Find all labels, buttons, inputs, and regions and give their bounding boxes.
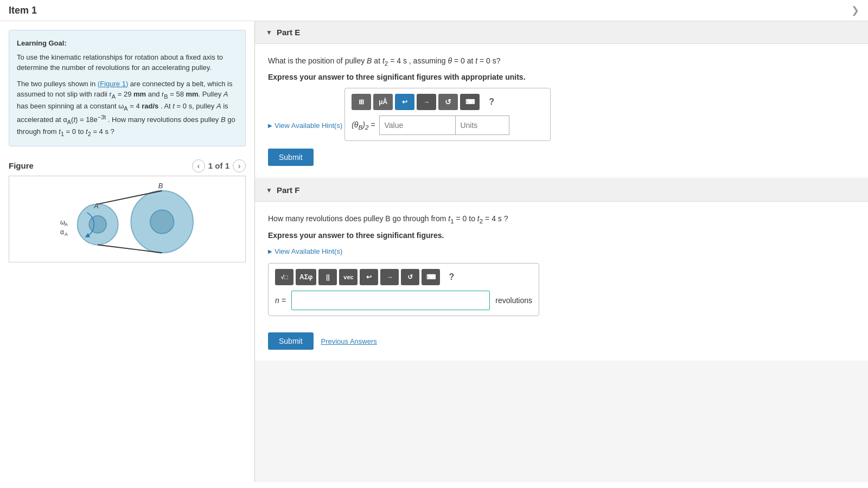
- svg-text:B: B: [158, 181, 163, 189]
- collapse-arrow[interactable]: ❯: [851, 4, 859, 16]
- part-f-submit-button[interactable]: Submit: [268, 332, 314, 350]
- part-f-undo-btn[interactable]: ↩: [360, 269, 378, 285]
- right-panel: ▼ Part E What is the position of pulley …: [255, 21, 868, 482]
- part-e-hint-link[interactable]: View Available Hint(s): [268, 121, 342, 130]
- svg-point-3: [150, 210, 174, 233]
- part-f-greek-btn[interactable]: ΑΣφ: [296, 269, 316, 285]
- part-f-sqrt-btn[interactable]: √□: [275, 269, 293, 285]
- part-e-reset-btn[interactable]: ↺: [438, 94, 458, 110]
- part-f-title: Part F: [277, 185, 300, 195]
- part-f-hint-link[interactable]: View Available Hint(s): [268, 247, 342, 255]
- part-e-question: What is the position of pulley B at t2 =…: [268, 55, 855, 68]
- part-e-matrix-btn[interactable]: ⊞: [352, 94, 371, 110]
- part-e-redo-btn[interactable]: →: [417, 94, 436, 110]
- figure-nav: ‹ 1 of 1 ›: [192, 159, 246, 172]
- part-e-undo-btn[interactable]: ↩: [395, 94, 414, 110]
- part-e-value-input[interactable]: [379, 115, 455, 135]
- part-e-submit-button[interactable]: Submit: [268, 149, 314, 166]
- page-title: Item 1: [9, 5, 37, 16]
- part-f-toolbar: √□ ΑΣφ || vec ↩ → ↺ ⌨ ?: [275, 269, 532, 285]
- svg-text:A: A: [93, 202, 99, 210]
- part-f-instructions: Express your answer to three significant…: [268, 231, 855, 240]
- part-f-question: How many revolutions does pulley B go th…: [268, 213, 855, 226]
- learning-goal-title: Learning Goal:: [17, 38, 238, 49]
- part-f-n-input[interactable]: [291, 291, 490, 310]
- part-f-arrow: ▼: [266, 187, 272, 194]
- header-bar: Item 1 ❯: [0, 0, 868, 21]
- part-e-keyboard-btn[interactable]: ⌨: [460, 94, 480, 110]
- part-e-greek-btn[interactable]: μÅ: [373, 94, 393, 110]
- part-f-answer-box: √□ ΑΣφ || vec ↩ → ↺ ⌨ ? n = revolutions: [268, 263, 539, 316]
- part-f-input-row: n = revolutions: [275, 291, 532, 310]
- figure-prev-button[interactable]: ‹: [192, 159, 205, 172]
- part-f-header[interactable]: ▼ Part F: [255, 179, 868, 202]
- figure-next-button[interactable]: ›: [233, 159, 246, 172]
- left-panel: Learning Goal: To use the kinematic rela…: [0, 21, 255, 482]
- part-f-help-btn[interactable]: ?: [442, 269, 461, 285]
- main-layout: Learning Goal: To use the kinematic rela…: [0, 21, 868, 482]
- problem-statement: The two pulleys shown in (Figure 1) are …: [17, 79, 238, 138]
- figure-section: Figure ‹ 1 of 1 ›: [0, 155, 254, 482]
- part-e-input-row: (θB)2 =: [352, 115, 544, 135]
- part-f-unit-label: revolutions: [495, 296, 532, 305]
- part-e-arrow: ▼: [266, 29, 272, 36]
- part-f-reset-btn[interactable]: ↺: [401, 269, 419, 285]
- part-f-abs-btn[interactable]: ||: [318, 269, 337, 285]
- learning-goal-text: To use the kinematic relationships for r…: [17, 52, 238, 73]
- part-e-header[interactable]: ▼ Part E: [255, 21, 868, 44]
- part-e-title: Part E: [277, 28, 300, 37]
- part-f-vec-btn[interactable]: vec: [339, 269, 358, 285]
- figure-header: Figure ‹ 1 of 1 ›: [9, 159, 246, 172]
- part-f-eq-label: n =: [275, 296, 286, 305]
- figure-1-link[interactable]: (Figure 1): [98, 80, 128, 88]
- part-e-eq-label: (θB)2 =: [352, 120, 375, 131]
- part-f-redo-btn[interactable]: →: [380, 269, 399, 285]
- part-e-toolbar: ⊞ μÅ ↩ → ↺ ⌨ ?: [352, 94, 544, 110]
- svg-text:α: α: [60, 228, 64, 235]
- figure-page: 1 of 1: [208, 161, 229, 170]
- part-e-answer-box: ⊞ μÅ ↩ → ↺ ⌨ ? (θB)2 =: [344, 88, 551, 141]
- svg-text:A: A: [65, 221, 68, 227]
- part-f-body: How many revolutions does pulley B go th…: [255, 202, 868, 360]
- part-e-section: ▼ Part E What is the position of pulley …: [255, 21, 868, 177]
- part-f-section: ▼ Part F How many revolutions does pulle…: [255, 179, 868, 360]
- part-f-prev-answers-link[interactable]: Previous Answers: [321, 337, 376, 345]
- pulley-svg: A B ω A α A: [9, 176, 245, 262]
- learning-goal-box: Learning Goal: To use the kinematic rela…: [9, 30, 246, 146]
- part-f-keyboard-btn[interactable]: ⌨: [422, 269, 440, 285]
- svg-point-1: [89, 216, 106, 233]
- svg-text:A: A: [65, 231, 68, 236]
- part-e-body: What is the position of pulley B at t2 =…: [255, 44, 868, 177]
- part-e-instructions: Express your answer to three significant…: [268, 73, 855, 81]
- figure-canvas: A B ω A α A: [9, 176, 246, 262]
- part-e-units-input[interactable]: [455, 115, 509, 135]
- figure-label: Figure: [9, 161, 34, 170]
- part-e-help-btn[interactable]: ?: [482, 94, 501, 110]
